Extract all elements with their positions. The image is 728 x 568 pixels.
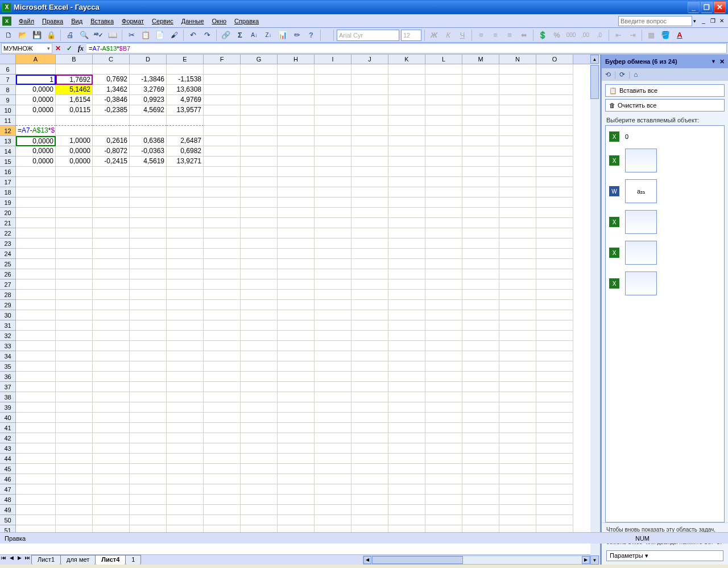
- cell-O44[interactable]: [536, 454, 573, 464]
- cell-M24[interactable]: [462, 249, 499, 259]
- row-header-38[interactable]: 38: [0, 392, 16, 402]
- cell-K12[interactable]: [388, 126, 425, 136]
- cell-O27[interactable]: [536, 279, 573, 290]
- cell-N39[interactable]: [499, 402, 536, 413]
- cell-G25[interactable]: [241, 259, 278, 269]
- spreadsheet-grid[interactable]: ABCDEFGHIJKLMNO 6711,76920,7692-1,3846-1…: [0, 55, 590, 565]
- cell-A16[interactable]: [16, 167, 56, 177]
- cell-O16[interactable]: [536, 167, 573, 177]
- cell-A22[interactable]: [16, 228, 56, 238]
- column-header-E[interactable]: E: [167, 55, 204, 64]
- cell-I23[interactable]: [315, 238, 351, 249]
- cell-L34[interactable]: [425, 351, 462, 361]
- row-header-47[interactable]: 47: [0, 484, 16, 495]
- cell-M40[interactable]: [462, 413, 499, 423]
- cell-D45[interactable]: [130, 464, 167, 474]
- cell-M26[interactable]: [462, 269, 499, 279]
- cell-E23[interactable]: [167, 238, 204, 249]
- cell-G9[interactable]: [241, 95, 278, 105]
- row-header-40[interactable]: 40: [0, 413, 16, 423]
- menu-data[interactable]: Данные: [177, 16, 208, 26]
- cell-D11[interactable]: [130, 116, 167, 126]
- cell-L14[interactable]: [425, 146, 462, 157]
- cell-F6[interactable]: [204, 64, 241, 75]
- cell-A14[interactable]: 0,0000: [16, 146, 56, 157]
- cell-C49[interactable]: [93, 505, 130, 515]
- cell-I48[interactable]: [315, 495, 351, 505]
- cell-K16[interactable]: [388, 167, 425, 177]
- cell-F35[interactable]: [204, 361, 241, 372]
- cell-G33[interactable]: [241, 341, 278, 351]
- cell-D28[interactable]: [130, 290, 167, 300]
- cell-N35[interactable]: [499, 361, 536, 372]
- cell-D31[interactable]: [130, 320, 167, 331]
- cell-K30[interactable]: [388, 310, 425, 320]
- row-header-21[interactable]: 21: [0, 218, 16, 228]
- cell-A8[interactable]: 0,0000: [16, 85, 56, 95]
- cell-N19[interactable]: [499, 197, 536, 208]
- cell-N34[interactable]: [499, 351, 536, 361]
- cell-K36[interactable]: [388, 372, 425, 382]
- cell-I37[interactable]: [315, 382, 351, 392]
- cell-E6[interactable]: [167, 64, 204, 75]
- cell-E38[interactable]: [167, 392, 204, 402]
- cell-L38[interactable]: [425, 392, 462, 402]
- cell-J18[interactable]: [351, 187, 388, 197]
- column-header-G[interactable]: G: [241, 55, 278, 64]
- cell-A9[interactable]: 0,0000: [16, 95, 56, 105]
- cell-L6[interactable]: [425, 64, 462, 75]
- cell-I21[interactable]: [315, 218, 351, 228]
- cell-F13[interactable]: [204, 136, 241, 146]
- cell-N11[interactable]: [499, 116, 536, 126]
- cell-K9[interactable]: [388, 95, 425, 105]
- cell-L27[interactable]: [425, 279, 462, 290]
- cell-B7[interactable]: 1,7692: [56, 75, 93, 85]
- cell-L47[interactable]: [425, 484, 462, 495]
- help-search-input[interactable]: [618, 16, 692, 26]
- cell-C18[interactable]: [93, 187, 130, 197]
- cell-A47[interactable]: [16, 484, 56, 495]
- cell-M21[interactable]: [462, 218, 499, 228]
- cell-J22[interactable]: [351, 228, 388, 238]
- cell-I34[interactable]: [315, 351, 351, 361]
- cell-C41[interactable]: [93, 423, 130, 433]
- cell-H15[interactable]: [278, 157, 315, 167]
- cell-A46[interactable]: [16, 474, 56, 484]
- cell-E48[interactable]: [167, 495, 204, 505]
- row-header-49[interactable]: 49: [0, 505, 16, 515]
- menu-edit[interactable]: Правка: [38, 16, 67, 26]
- cell-F26[interactable]: [204, 269, 241, 279]
- cell-B10[interactable]: 0,0115: [56, 105, 93, 116]
- column-header-H[interactable]: H: [278, 55, 315, 64]
- cell-M6[interactable]: [462, 64, 499, 75]
- cell-E13[interactable]: 2,6487: [167, 136, 204, 146]
- cell-E24[interactable]: [167, 249, 204, 259]
- cell-D30[interactable]: [130, 310, 167, 320]
- cell-B14[interactable]: 0,0000: [56, 146, 93, 157]
- cell-E39[interactable]: [167, 402, 204, 413]
- cell-O21[interactable]: [536, 218, 573, 228]
- cell-D21[interactable]: [130, 218, 167, 228]
- cell-A37[interactable]: [16, 382, 56, 392]
- cell-B8[interactable]: 5,1462: [56, 85, 93, 95]
- cell-M23[interactable]: [462, 238, 499, 249]
- cell-B34[interactable]: [56, 351, 93, 361]
- cell-G38[interactable]: [241, 392, 278, 402]
- tab-nav-last[interactable]: ⏭: [23, 555, 31, 565]
- cell-C6[interactable]: [93, 64, 130, 75]
- cell-K22[interactable]: [388, 228, 425, 238]
- cell-J23[interactable]: [351, 238, 388, 249]
- cell-F18[interactable]: [204, 187, 241, 197]
- cell-F43[interactable]: [204, 443, 241, 454]
- cell-D27[interactable]: [130, 279, 167, 290]
- underline-icon[interactable]: Ч: [456, 29, 469, 42]
- cell-I22[interactable]: [315, 228, 351, 238]
- cell-E35[interactable]: [167, 361, 204, 372]
- cell-A17[interactable]: [16, 177, 56, 187]
- cell-B32[interactable]: [56, 331, 93, 341]
- cell-I8[interactable]: [315, 85, 351, 95]
- cell-C40[interactable]: [93, 413, 130, 423]
- cell-K18[interactable]: [388, 187, 425, 197]
- paste-all-button[interactable]: 📋Вставить все: [605, 84, 725, 97]
- cell-A13[interactable]: 0,0000: [16, 136, 56, 146]
